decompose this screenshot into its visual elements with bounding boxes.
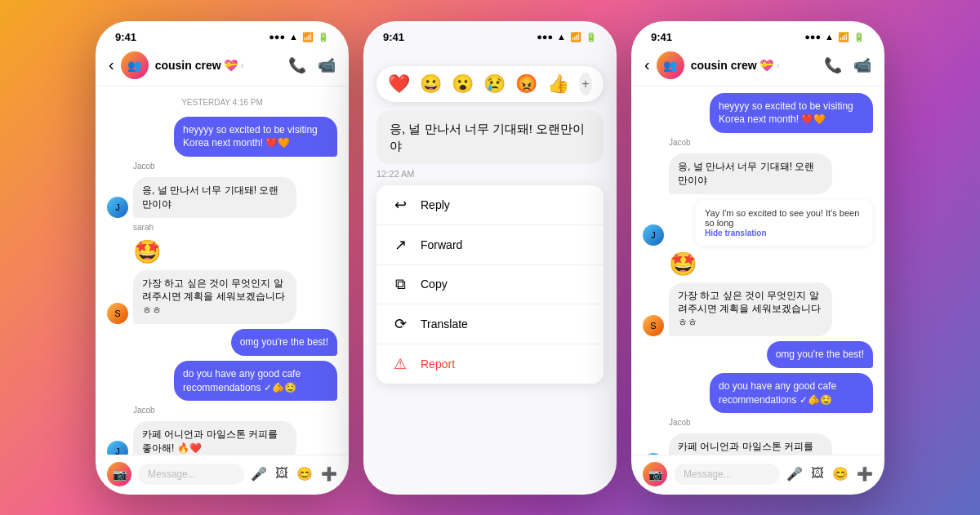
- context-time: 12:22 AM: [376, 169, 604, 179]
- phone-middle: 9:41 ●●● ▲ 📶 🔋 ❤️ 😀 😮 😢 😡 👍 + 응, 널 만나서 너…: [363, 21, 617, 495]
- message-input-right[interactable]: Message...: [674, 464, 780, 485]
- reaction-sad[interactable]: 😢: [483, 73, 506, 95]
- status-bar-left: 9:41 ●●● ▲ 📶 🔋: [97, 23, 347, 47]
- sarah-emoji: 🤩: [133, 238, 337, 265]
- sarah-emoji-right: 🤩: [669, 251, 873, 277]
- reaction-thumbs-up[interactable]: 👍: [547, 73, 569, 95]
- sender-jacob-r2: Jacob: [669, 418, 873, 427]
- status-time-middle: 9:41: [383, 31, 404, 43]
- phone-right: 9:41 ●●● ▲ 📶 🔋 ‹ 👥 cousin crew 💝 › 📞 📹 h…: [631, 21, 884, 495]
- status-icons-left: ●●● ▲ 📶 🔋: [269, 32, 329, 42]
- context-report[interactable]: ⚠ Report: [376, 344, 604, 384]
- call-icon-right[interactable]: 📞: [824, 56, 842, 74]
- mic-icon-left[interactable]: 🎤: [251, 466, 267, 482]
- group-name-left[interactable]: cousin crew 💝 ›: [155, 59, 282, 72]
- plus-icon-left[interactable]: ➕: [321, 466, 337, 482]
- reaction-angry[interactable]: 😡: [515, 73, 537, 95]
- chat-header-left: ‹ 👥 cousin crew 💝 › 📞 📹: [97, 47, 347, 87]
- reaction-heart[interactable]: ❤️: [388, 73, 410, 95]
- msg-bubble-jacob-r1[interactable]: 응, 널 만나서 너무 기대돼! 오랜만이야: [669, 153, 832, 194]
- jacob-avatar-1: J: [107, 197, 128, 218]
- mic-icon-right[interactable]: 🎤: [786, 466, 803, 482]
- msg-bubble-sent-r2[interactable]: omg you're the best!: [767, 341, 873, 368]
- group-name-right[interactable]: cousin crew 💝 ›: [691, 59, 817, 72]
- msg-row-jacob-2: J 카페 어니언과 마일스톤 커피를 좋아해! 🔥❤️: [107, 421, 337, 454]
- status-time-right: 9:41: [651, 31, 672, 43]
- msg-row-jacob-r2: J 카페 어니언과 마일스톤 커피를 좋아해! 🔥❤️: [643, 433, 873, 454]
- msg-bubble-jacob-2[interactable]: 카페 어니언과 마일스톤 커피를 좋아해! 🔥❤️: [133, 421, 296, 454]
- sarah-avatar-1: S: [107, 303, 128, 324]
- msg-row-sent-r3: do you have any good cafe recommendation…: [643, 373, 873, 414]
- header-actions-right: 📞 📹: [824, 56, 871, 74]
- msg-row-jacob-1: J 응, 널 만나서 너무 기대돼! 오랜만이야: [107, 177, 337, 218]
- msg-row-sarah-1: S 가장 하고 싶은 것이 무엇인지 알려주시면 계획을 세워보겠습니다 ㅎㅎ: [107, 270, 337, 324]
- msg-bubble-sent-3[interactable]: do you have any good cafe recommendation…: [174, 361, 337, 402]
- add-reaction-button[interactable]: +: [579, 73, 592, 95]
- msg-row-sent-r1: heyyyy so excited to be visiting Korea n…: [643, 93, 873, 134]
- context-copy[interactable]: ⧉ Copy: [376, 265, 604, 304]
- sarah-avatar-r1: S: [643, 315, 664, 336]
- input-bar-right: 📷 Message... 🎤 🖼 😊 ➕: [633, 455, 883, 493]
- sticker-icon-right[interactable]: 😊: [832, 466, 849, 482]
- sender-jacob-1: Jacob: [133, 162, 337, 171]
- translate-icon: ⟳: [391, 315, 409, 333]
- msg-bubble-sent-2[interactable]: omg you're the best!: [231, 329, 337, 356]
- forward-icon: ↗: [391, 236, 409, 254]
- context-forward[interactable]: ↗ Forward: [376, 225, 604, 265]
- msg-row-sent-3: do you have any good cafe recommendation…: [107, 361, 337, 402]
- msg-row-sent-1: heyyyy so excited to be visiting Korea n…: [107, 117, 337, 158]
- context-reply[interactable]: ↩ Reply: [376, 185, 604, 225]
- status-icons-right: ●●● ▲ 📶 🔋: [804, 32, 865, 42]
- back-button-left[interactable]: ‹: [109, 55, 114, 74]
- msg-bubble-sent-1[interactable]: heyyyy so excited to be visiting Korea n…: [174, 117, 337, 158]
- msg-bubble-sent-r1[interactable]: heyyyy so excited to be visiting Korea n…: [710, 93, 873, 134]
- context-menu: ↩ Reply ↗ Forward ⧉ Copy ⟳ Translate ⚠ R…: [376, 185, 604, 384]
- msg-bubble-jacob-1[interactable]: 응, 널 만나서 너무 기대돼! 오랜만이야: [133, 177, 296, 218]
- msg-row-sent-r2: omg you're the best!: [643, 341, 873, 368]
- sender-sarah-1: sarah: [133, 223, 337, 232]
- plus-icon-right[interactable]: ➕: [857, 466, 873, 482]
- group-avatar-left: 👥: [121, 51, 149, 79]
- timestamp-yesterday: YESTERDAY 4:16 PM: [107, 98, 337, 107]
- sender-jacob-2: Jacob: [133, 406, 337, 415]
- message-input-left[interactable]: Message...: [138, 464, 244, 485]
- hide-translation-button[interactable]: Hide translation: [705, 229, 767, 238]
- msg-bubble-sarah-1[interactable]: 가장 하고 싶은 것이 무엇인지 알려주시면 계획을 세워보겠습니다 ㅎㅎ: [133, 270, 296, 324]
- jacob-avatar-2: J: [107, 441, 128, 454]
- chat-body-right: heyyyy so excited to be visiting Korea n…: [633, 87, 883, 455]
- msg-row-jacob-r1: J 응, 널 만나서 너무 기대돼! 오랜만이야 Yay I'm so exci…: [643, 153, 873, 246]
- status-bar-middle: 9:41 ●●● ▲ 📶 🔋: [365, 23, 615, 47]
- input-icons-left: 🎤 🖼 😊 ➕: [251, 466, 337, 482]
- phone-left: 9:41 ●●● ▲ 📶 🔋 ‹ 👥 cousin crew 💝 › 📞 📹 Y…: [96, 21, 349, 495]
- back-button-right[interactable]: ‹: [644, 55, 650, 74]
- video-icon-right[interactable]: 📹: [853, 56, 871, 74]
- group-avatar-right: 👥: [657, 51, 684, 79]
- msg-row-sent-2: omg you're the best!: [107, 329, 337, 356]
- photo-icon-right[interactable]: 🖼: [811, 466, 824, 482]
- msg-bubble-sent-r3[interactable]: do you have any good cafe recommendation…: [710, 373, 873, 414]
- call-icon-left[interactable]: 📞: [288, 56, 306, 74]
- jacob-avatar-r1: J: [643, 224, 664, 246]
- sticker-icon-left[interactable]: 😊: [296, 466, 313, 482]
- input-bar-left: 📷 Message... 🎤 🖼 😊 ➕: [97, 455, 347, 493]
- emoji-reaction-bar: ❤️ 😀 😮 😢 😡 👍 +: [376, 66, 604, 102]
- sender-jacob-r1: Jacob: [669, 138, 873, 147]
- status-bar-right: 9:41 ●●● ▲ 📶 🔋: [633, 23, 883, 47]
- status-time-left: 9:41: [115, 31, 136, 43]
- photo-icon-left[interactable]: 🖼: [275, 466, 288, 482]
- msg-bubble-jacob-r2[interactable]: 카페 어니언과 마일스톤 커피를 좋아해! 🔥❤️: [669, 433, 832, 454]
- chat-header-right: ‹ 👥 cousin crew 💝 › 📞 📹: [633, 47, 883, 87]
- reaction-smile[interactable]: 😀: [420, 73, 442, 95]
- camera-button-right[interactable]: 📷: [643, 462, 667, 486]
- context-content: ❤️ 😀 😮 😢 😡 👍 + 응, 널 만나서 너무 기대돼! 오랜만이야 12…: [365, 47, 615, 493]
- report-icon: ⚠: [391, 355, 409, 373]
- reply-icon: ↩: [391, 196, 409, 214]
- status-icons-middle: ●●● ▲ 📶 🔋: [537, 32, 597, 42]
- camera-button-left[interactable]: 📷: [107, 462, 131, 486]
- msg-row-sarah-r1: S 가장 하고 싶은 것이 무엇인지 알려주시면 계획을 세워보겠습니다 ㅎㅎ: [643, 282, 873, 336]
- reaction-wow[interactable]: 😮: [452, 73, 474, 95]
- video-icon-left[interactable]: 📹: [318, 56, 336, 74]
- context-translate[interactable]: ⟳ Translate: [376, 304, 604, 344]
- msg-bubble-sarah-r1[interactable]: 가장 하고 싶은 것이 무엇인지 알려주시면 계획을 세워보겠습니다 ㅎㅎ: [669, 282, 832, 336]
- context-message: 응, 널 만나서 너무 기대돼! 오랜만이야: [376, 110, 604, 164]
